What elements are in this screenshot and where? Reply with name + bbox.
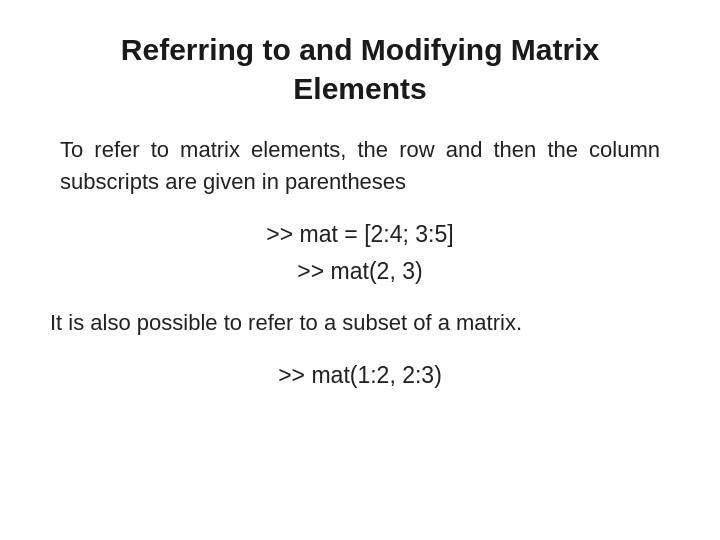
page: Referring to and Modifying Matrix Elemen… [0, 0, 720, 540]
intro-paragraph: To refer to matrix elements, the row and… [50, 134, 670, 198]
subset-code-line: >> mat(1:2, 2:3) [50, 357, 670, 394]
title-block: Referring to and Modifying Matrix Elemen… [50, 30, 670, 108]
subset-code-block: >> mat(1:2, 2:3) [50, 357, 670, 394]
code-line-1: >> mat = [2:4; 3:5] [50, 216, 670, 253]
subset-paragraph: It is also possible to refer to a subset… [50, 307, 670, 339]
title-line1: Referring to and Modifying Matrix [121, 33, 599, 66]
intro-text: To refer to matrix elements, the row and… [60, 137, 660, 194]
title-line2: Elements [293, 72, 426, 105]
code-line-2: >> mat(2, 3) [50, 253, 670, 290]
code-block-1: >> mat = [2:4; 3:5] >> mat(2, 3) [50, 216, 670, 290]
page-title: Referring to and Modifying Matrix Elemen… [50, 30, 670, 108]
subset-text: It is also possible to refer to a subset… [50, 310, 522, 335]
